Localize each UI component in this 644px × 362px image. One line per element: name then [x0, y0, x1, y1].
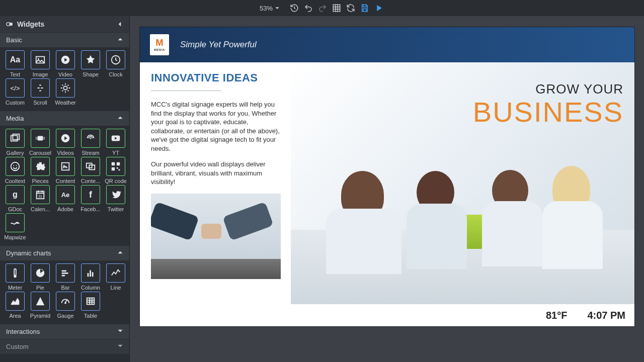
widget-label: QR code: [104, 178, 128, 184]
widget-label: Table: [78, 313, 103, 319]
widget-facebook[interactable]: f: [81, 185, 100, 204]
widget-label: Meter: [3, 285, 27, 291]
widget-label: Carousel: [28, 150, 52, 156]
widget-adobe[interactable]: Ae: [56, 185, 75, 204]
headline-2: BUSINESS: [473, 96, 623, 128]
widget-label: Video: [53, 71, 77, 77]
svg-rect-23: [117, 162, 120, 165]
widget-calendar[interactable]: 31: [31, 185, 50, 204]
widget-twitter[interactable]: [106, 185, 125, 204]
widget-label: Content: [53, 178, 77, 184]
widget-custom[interactable]: </>: [6, 78, 25, 98]
widget-label: Pyramid: [28, 313, 52, 319]
design-canvas[interactable]: M MEDIA Simple Yet Powerful INNOVATIVE I…: [140, 27, 634, 326]
widget-text[interactable]: Aa: [6, 50, 25, 69]
chevron-up-icon: [117, 36, 123, 44]
canvas-paragraph-2: Our powerful video wall displays deliver…: [151, 160, 282, 187]
widget-mapwize[interactable]: [6, 213, 25, 232]
svg-point-6: [40, 87, 41, 89]
widget-column[interactable]: [81, 263, 100, 283]
widget-label: Gauge: [53, 313, 77, 319]
widget-area[interactable]: [6, 292, 25, 311]
widget-label: Image: [28, 71, 52, 77]
svg-rect-33: [87, 298, 95, 305]
widget-content[interactable]: [56, 157, 75, 176]
widget-videos[interactable]: [56, 129, 75, 148]
section-charts[interactable]: Dynamic charts: [0, 245, 129, 260]
svg-rect-11: [36, 137, 37, 140]
section-label: Basic: [6, 36, 22, 44]
widgets-icon: [5, 20, 14, 29]
zoom-dropdown[interactable]: 53%: [260, 5, 280, 12]
play-icon[interactable]: [373, 3, 384, 14]
section-custom[interactable]: Custom: [0, 339, 129, 354]
svg-point-1: [9, 23, 13, 26]
canvas-area[interactable]: M MEDIA Simple Yet Powerful INNOVATIVE I…: [130, 16, 644, 362]
canvas-footer: 81°F 4:07 PM: [140, 304, 634, 326]
svg-point-7: [63, 86, 67, 89]
widget-stream[interactable]: [81, 129, 100, 148]
logo-mark: M: [156, 38, 164, 47]
undo-icon[interactable]: [303, 3, 314, 14]
section-label: Custom: [6, 343, 29, 350]
widget-label: Line: [104, 285, 128, 291]
widget-weather[interactable]: [56, 78, 75, 98]
widget-label: Text: [3, 71, 27, 77]
widgets-title: Widgets: [17, 20, 44, 28]
widget-scroll[interactable]: [31, 78, 50, 98]
section-media[interactable]: Media: [0, 111, 129, 126]
section-basic[interactable]: Basic: [0, 32, 129, 47]
widget-label: GDoc: [3, 206, 27, 212]
widget-gauge[interactable]: [56, 292, 75, 311]
widget-table[interactable]: [81, 292, 100, 311]
widget-gallery[interactable]: [6, 129, 25, 148]
widget-carousel[interactable]: [31, 129, 50, 148]
svg-point-14: [90, 138, 92, 139]
svg-point-30: [14, 275, 17, 278]
canvas-body: INNOVATIVE IDEAS MCC's digital signage e…: [140, 62, 634, 304]
svg-rect-8: [11, 136, 18, 141]
widget-label: Twitter: [104, 206, 128, 212]
svg-text:31: 31: [38, 194, 42, 199]
sidebar: Widgets Basic AaText Image Video Shape C…: [0, 16, 130, 362]
widget-youtube[interactable]: [106, 129, 125, 148]
widget-label: Mapwize: [3, 234, 27, 240]
basic-grid: AaText Image Video Shape Clock </>Custom…: [0, 47, 129, 111]
svg-rect-29: [14, 269, 16, 276]
widget-clock[interactable]: [106, 50, 125, 69]
zoom-value: 53%: [260, 5, 273, 12]
headline-1: GROW YOUR: [535, 81, 623, 97]
svg-point-16: [11, 162, 20, 171]
redo-icon[interactable]: [317, 3, 328, 14]
canvas-left-column: INNOVATIVE IDEAS MCC's digital signage e…: [151, 71, 282, 279]
widget-video[interactable]: [56, 50, 75, 69]
widget-pie[interactable]: [31, 263, 50, 283]
widget-line[interactable]: [106, 263, 125, 283]
save-icon[interactable]: [359, 3, 370, 14]
canvas-header: M MEDIA Simple Yet Powerful: [140, 27, 634, 62]
widget-bar[interactable]: [56, 263, 75, 283]
widget-pieces[interactable]: [31, 157, 50, 176]
svg-point-32: [64, 302, 66, 304]
canvas-title: INNOVATIVE IDEAS: [151, 71, 282, 84]
widget-label: Scroll: [28, 100, 52, 106]
widget-pyramid[interactable]: [31, 292, 50, 311]
grid-icon[interactable]: [331, 3, 342, 14]
refresh-icon[interactable]: [345, 3, 356, 14]
widget-label: Bar: [53, 285, 77, 291]
widget-label: Pie: [28, 285, 52, 291]
widget-gdoc[interactable]: g: [6, 185, 25, 204]
widget-content-2[interactable]: [81, 157, 100, 176]
widget-image[interactable]: [31, 50, 50, 69]
temperature: 81°F: [546, 310, 567, 321]
widget-label: Faceb...: [78, 206, 103, 212]
collapse-sidebar-icon[interactable]: [115, 20, 124, 29]
widget-qrcode[interactable]: [106, 157, 125, 176]
section-interactions[interactable]: Interactions: [0, 324, 129, 339]
widget-label: Conte...: [78, 178, 103, 184]
widget-meter[interactable]: [6, 263, 25, 283]
widget-cooltext[interactable]: [6, 157, 25, 176]
widget-shape[interactable]: [81, 50, 100, 69]
widget-label: Calen...: [28, 206, 52, 212]
history-icon[interactable]: [289, 3, 300, 14]
